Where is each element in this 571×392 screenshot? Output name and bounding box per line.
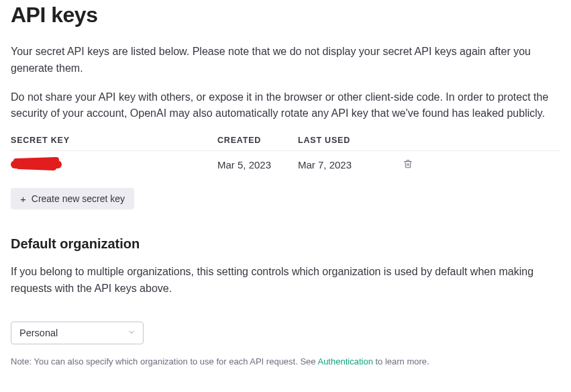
th-secret-key: SECRET KEY xyxy=(11,136,217,145)
th-last-used: LAST USED xyxy=(298,136,392,145)
redacted-key xyxy=(11,160,62,168)
trash-icon[interactable] xyxy=(403,159,413,170)
default-org-heading: Default organization xyxy=(11,236,560,252)
note-prefix: Note: You can also specify which organiz… xyxy=(11,356,317,366)
authentication-link[interactable]: Authentication xyxy=(317,356,372,366)
th-created: CREATED xyxy=(217,136,298,145)
create-new-secret-key-button[interactable]: + Create new secret key xyxy=(11,188,134,209)
api-keys-table: SECRET KEY CREATED LAST USED Mar 5, 2023… xyxy=(11,136,560,179)
plus-icon: + xyxy=(20,194,26,204)
page-title: API keys xyxy=(11,3,560,28)
intro-paragraph-1: Your secret API keys are listed below. P… xyxy=(11,44,560,77)
create-button-label: Create new secret key xyxy=(32,193,125,204)
cell-created: Mar 5, 2023 xyxy=(217,159,298,170)
organization-selected-value: Personal xyxy=(19,328,58,338)
default-org-description: If you belong to multiple organizations,… xyxy=(11,264,560,297)
organization-select[interactable]: Personal xyxy=(11,322,144,344)
intro-paragraph-2: Do not share your API key with others, o… xyxy=(11,89,560,123)
org-note: Note: You can also specify which organiz… xyxy=(11,356,560,366)
note-suffix: to learn more. xyxy=(373,356,429,366)
cell-secret-key xyxy=(11,159,217,170)
table-header: SECRET KEY CREATED LAST USED xyxy=(11,136,560,151)
table-row: Mar 5, 2023 Mar 7, 2023 xyxy=(11,151,560,179)
cell-last-used: Mar 7, 2023 xyxy=(298,159,392,170)
